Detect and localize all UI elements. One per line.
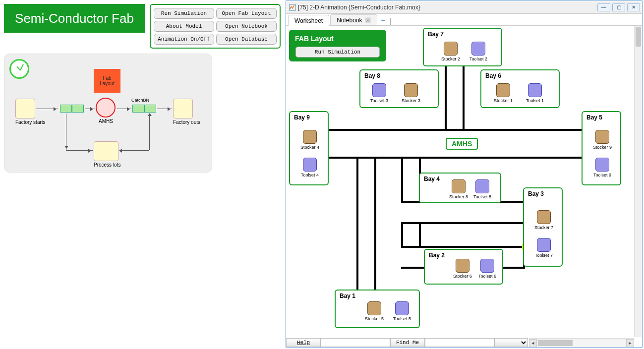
scroll-track[interactable] xyxy=(538,340,625,346)
router-right-2[interactable] xyxy=(144,105,156,113)
toolset-label: Toolset 5 xyxy=(390,316,414,321)
open-fab-layout-button[interactable]: Open Fab Layout xyxy=(216,8,277,19)
window-titlebar[interactable]: [75] 2-D Animation {Semi-Conductor Fab.m… xyxy=(286,1,642,14)
bay-5[interactable]: Bay 5 Stocker 9 Toolset 9 xyxy=(582,111,621,185)
maximize-button[interactable]: ▢ xyxy=(612,3,625,11)
scroll-left-button[interactable]: ◄ xyxy=(529,339,537,347)
stocker-label: Stocker 8 xyxy=(446,194,471,199)
stocker-icon[interactable] xyxy=(367,301,381,315)
fab-layout-panel: FAB Layout Run Simulation xyxy=(289,30,386,61)
tab-worksheet[interactable]: Worksheet xyxy=(288,15,329,26)
fab-layout-label: Fab Layout xyxy=(100,75,115,86)
bay-3[interactable]: Bay 3 Stocker 7 Toolset 7 xyxy=(523,187,563,267)
toolset-label: Toolset 3 xyxy=(367,98,392,103)
process-lots-label: Process lots xyxy=(94,162,120,168)
toolset-icon[interactable] xyxy=(475,179,489,193)
app-title: Semi-Conductor Fab xyxy=(15,11,134,26)
about-model-button[interactable]: About Model xyxy=(154,21,214,32)
status-input-2[interactable] xyxy=(425,338,494,347)
bay-4[interactable]: Bay 4 Stocker 8 Toolset 8 xyxy=(419,173,501,203)
toolset-icon[interactable] xyxy=(372,83,386,97)
open-database-button[interactable]: Open Database xyxy=(216,34,277,45)
router-right[interactable] xyxy=(132,105,144,113)
bay-8[interactable]: Bay 8 Toolset 3 Stocker 3 xyxy=(359,69,439,108)
scroll-thumb[interactable] xyxy=(636,27,641,47)
router-left-2[interactable] xyxy=(72,105,84,113)
arrow xyxy=(66,150,93,151)
stocker-label: Stocker 2 xyxy=(438,57,463,61)
minimize-button[interactable]: — xyxy=(597,3,610,11)
stocker-icon[interactable] xyxy=(444,42,458,56)
bay-2[interactable]: Bay 2 Stocker 6 Toolset 6 xyxy=(424,249,503,285)
arrow xyxy=(119,150,149,151)
bay-7[interactable]: Bay 7 Stocker 2 Toolset 2 xyxy=(423,28,502,66)
stocker-icon[interactable] xyxy=(404,83,418,97)
model-diagram-canvas[interactable]: Fab Layout Factory starts AMHS CatchBN F… xyxy=(4,54,212,173)
toolset-icon[interactable] xyxy=(471,42,485,56)
stocker-icon[interactable] xyxy=(303,130,317,144)
bay-9[interactable]: Bay 9 Stocker 4 Toolset 4 xyxy=(289,111,329,185)
stocker-label: Stocker 7 xyxy=(531,225,556,230)
animation-toggle-button[interactable]: Animation On/Off xyxy=(154,34,214,45)
clock-icon xyxy=(9,59,29,79)
close-button[interactable]: ✕ xyxy=(627,3,640,11)
help-link[interactable]: Help xyxy=(286,338,321,347)
tab-divider xyxy=(390,18,391,25)
bay-7-title: Bay 7 xyxy=(428,31,444,38)
worksheet-canvas[interactable]: FAB Layout Run Simulation AMHS Bay 7 Sto… xyxy=(286,26,634,337)
close-icon[interactable]: ✕ xyxy=(365,17,371,23)
add-tab-button[interactable]: + xyxy=(378,15,388,25)
status-bar: Help Find Me xyxy=(286,338,529,347)
toolset-icon[interactable] xyxy=(595,158,609,172)
stocker-label: Stocker 4 xyxy=(297,145,322,150)
scroll-thumb[interactable] xyxy=(538,340,573,346)
factory-outs-node[interactable]: Factory outs xyxy=(173,99,200,125)
bay-3-title: Bay 3 xyxy=(528,190,544,197)
bay-1[interactable]: Bay 1 Stocker 5 Toolset 5 xyxy=(335,290,420,328)
stocker-icon[interactable] xyxy=(537,210,551,224)
bay-5-title: Bay 5 xyxy=(586,114,602,121)
stocker-icon[interactable] xyxy=(595,130,609,144)
stocker-icon[interactable] xyxy=(496,83,510,97)
horizontal-scrollbar[interactable]: ◄ ► xyxy=(529,338,634,347)
find-me-button[interactable]: Find Me xyxy=(390,338,425,347)
toolset-label: Toolset 9 xyxy=(590,173,615,177)
toolset-icon[interactable] xyxy=(537,238,551,252)
bay-8-title: Bay 8 xyxy=(364,72,380,79)
stocker-icon[interactable] xyxy=(456,259,469,273)
amhs-track-label: AMHS xyxy=(446,138,478,150)
toolset-icon[interactable] xyxy=(528,83,542,97)
amhs-track xyxy=(401,201,525,224)
app-title-banner: Semi-Conductor Fab xyxy=(4,4,145,33)
vertical-scrollbar[interactable] xyxy=(634,26,642,337)
bay-6-title: Bay 6 xyxy=(485,72,501,79)
bay-2-title: Bay 2 xyxy=(429,252,445,259)
toolset-icon[interactable] xyxy=(303,158,317,172)
status-input-1[interactable] xyxy=(321,338,390,347)
status-dropdown[interactable] xyxy=(494,338,528,347)
run-simulation-button[interactable]: Run Simulation xyxy=(154,8,214,19)
control-button-panel: Run Simulation Open Fab Layout About Mod… xyxy=(150,4,281,49)
open-notebook-button[interactable]: Open Notebook xyxy=(216,21,277,32)
toolset-label: Toolset 2 xyxy=(466,57,491,61)
bay-9-title: Bay 9 xyxy=(294,114,310,121)
toolset-icon[interactable] xyxy=(395,301,409,315)
catchbn-label: CatchBN xyxy=(131,98,149,103)
fab-layout-node[interactable]: Fab Layout xyxy=(94,69,120,93)
scroll-right-button[interactable]: ► xyxy=(626,339,634,347)
animation-window: [75] 2-D Animation {Semi-Conductor Fab.m… xyxy=(286,0,643,348)
bay-1-title: Bay 1 xyxy=(340,292,355,299)
arrow xyxy=(85,109,95,109)
amhs-label: AMHS xyxy=(99,118,113,124)
toolset-label: Toolset 4 xyxy=(297,173,322,177)
process-lots-node[interactable]: Process lots xyxy=(94,141,120,168)
arrow xyxy=(149,114,150,150)
stocker-icon[interactable] xyxy=(452,179,466,193)
tab-notebook[interactable]: Notebook✕ xyxy=(330,14,377,25)
bay-6[interactable]: Bay 6 Stocker 1 Toolset 1 xyxy=(480,69,560,108)
toolset-icon[interactable] xyxy=(480,259,494,273)
factory-starts-node[interactable]: Factory starts xyxy=(15,99,46,125)
router-left[interactable] xyxy=(60,105,72,113)
fab-run-simulation-button[interactable]: Run Simulation xyxy=(295,47,380,58)
amhs-node[interactable] xyxy=(96,98,116,117)
